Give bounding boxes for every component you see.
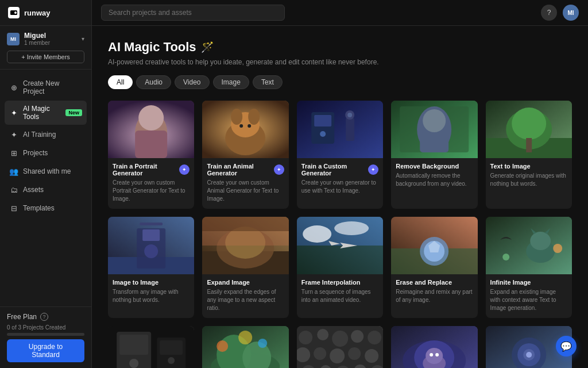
- svg-point-12: [248, 124, 252, 128]
- upgrade-button[interactable]: Upgrade to Standard: [7, 339, 84, 362]
- tool-card-train-portrait[interactable]: Train a Portrait Generator ✦ Create your…: [108, 101, 194, 209]
- svg-point-16: [320, 131, 326, 137]
- tool-card-row3-2[interactable]: Image Variation Create variations of any…: [202, 326, 288, 368]
- tool-card-title: Remove Background: [396, 163, 459, 170]
- sidebar-item-label: Templates: [23, 204, 55, 212]
- svg-point-102: [526, 352, 532, 358]
- tool-card-title: Train a Portrait Generator: [113, 163, 179, 177]
- users-icon: 👥: [9, 167, 18, 176]
- tool-card-image-to-image[interactable]: Image to Image Transform any image with …: [108, 217, 194, 318]
- workspace-row[interactable]: MI Miguel 1 member ▾: [7, 32, 84, 46]
- topbar-right: ? MI: [541, 5, 579, 21]
- tools-grid-row2: Image to Image Transform any image with …: [108, 217, 572, 318]
- sidebar: runway MI Miguel 1 member ▾ + Invite Mem…: [0, 0, 92, 368]
- tool-card-body-infinite: Infinite Image Expand an existing image …: [486, 274, 572, 318]
- page-title: AI Magic Tools: [108, 40, 196, 55]
- tool-card-train-animal[interactable]: Train an Animal Generator ✦ Create your …: [202, 101, 288, 209]
- sidebar-bottom: Free Plan ? 0 of 3 Projects Created Upgr…: [0, 306, 91, 368]
- tool-card-desc: Create your own custom Animal Generator …: [207, 179, 284, 203]
- tool-card-frame-interpolation[interactable]: Frame Interpolation Turn a sequence of i…: [297, 217, 383, 318]
- svg-rect-5: [135, 131, 167, 158]
- tools-grid-row3: Motion Brush Add motion to any part of y…: [108, 326, 572, 368]
- svg-rect-33: [140, 223, 163, 225]
- tool-card-title-row: Remove Background: [396, 163, 473, 170]
- sidebar-item-create-new-project[interactable]: ⊕ Create New Project: [5, 75, 87, 99]
- tool-card-title: Frame Interpolation: [301, 279, 361, 286]
- tool-card-title: Erase and Replace: [396, 279, 452, 286]
- tool-card-infinite-image[interactable]: Infinite Image Expand an existing image …: [486, 217, 572, 318]
- filter-tab-image[interactable]: Image: [213, 75, 249, 89]
- svg-point-78: [332, 331, 348, 347]
- help-icon[interactable]: ?: [40, 313, 48, 321]
- svg-rect-24: [420, 132, 448, 152]
- sidebar-item-label: Create New Project: [23, 79, 82, 95]
- filter-tab-video[interactable]: Video: [175, 75, 209, 89]
- page-title-row: AI Magic Tools 🪄: [108, 40, 572, 55]
- tool-card-row3-4[interactable]: Style Transfer Apply any style to any im…: [391, 326, 477, 368]
- svg-point-82: [314, 347, 326, 360]
- page-subtitle: AI-powered creative tools to help you id…: [108, 58, 572, 66]
- svg-point-45: [303, 225, 331, 243]
- filter-tab-audio[interactable]: Audio: [136, 75, 171, 89]
- tool-card-title: Train an Animal Generator: [207, 163, 273, 177]
- svg-rect-43: [297, 246, 383, 274]
- tool-card-expand-image[interactable]: Expand Image Easily expand the edges of …: [202, 217, 288, 318]
- tool-card-image-expand: [202, 217, 288, 274]
- tool-card-image-row3-1: [108, 326, 194, 368]
- filter-tab-all[interactable]: All: [108, 75, 133, 89]
- chat-fab-button[interactable]: 💬: [556, 336, 577, 356]
- tool-card-image-text-to-image: [486, 101, 572, 158]
- main-content: ? MI AI Magic Tools 🪄 AI-powered creativ…: [92, 0, 588, 368]
- tool-card-train-custom[interactable]: Train a Custom Generator ✦ Create your o…: [297, 101, 383, 209]
- svg-point-97: [435, 353, 439, 356]
- filter-tab-text[interactable]: Text: [253, 75, 283, 89]
- template-icon: ⊟: [9, 204, 18, 213]
- svg-point-84: [348, 347, 361, 360]
- grid-icon: ⊞: [9, 148, 18, 158]
- sidebar-item-ai-training[interactable]: ✦ AI Training: [5, 126, 87, 143]
- svg-point-9: [231, 109, 243, 125]
- search-input[interactable]: [101, 5, 285, 21]
- tool-card-title: Train a Custom Generator: [301, 163, 368, 177]
- folder-icon: 🗂: [9, 185, 18, 194]
- sidebar-item-label: Shared with me: [23, 167, 71, 175]
- tool-card-desc: Easily expand the edges of any image to …: [207, 288, 284, 312]
- svg-point-73: [258, 339, 268, 348]
- tool-card-erase-replace[interactable]: Erase and Replace Reimagine and remix an…: [391, 217, 477, 318]
- page-content: AI Magic Tools 🪄 AI-powered creative too…: [92, 26, 588, 368]
- help-button[interactable]: ?: [541, 5, 557, 21]
- svg-point-46: [334, 221, 369, 235]
- tool-card-body-erase: Erase and Replace Reimagine and remix an…: [391, 274, 477, 310]
- tool-card-badge: ✦: [179, 164, 189, 175]
- tool-card-row3-3[interactable]: Texture Generator Generate seamless text…: [297, 326, 383, 368]
- tool-card-row3-1[interactable]: Motion Brush Add motion to any part of y…: [108, 326, 194, 368]
- svg-rect-15: [314, 115, 331, 126]
- tool-card-desc: Create your own custom Portrait Generato…: [113, 179, 189, 203]
- sidebar-item-projects[interactable]: ⊞ Projects: [5, 144, 87, 162]
- tool-card-badge: ✦: [368, 164, 378, 175]
- tool-card-text-to-image[interactable]: Text to Image Generate original images w…: [486, 101, 572, 209]
- tool-card-desc: Automatically remove the background from…: [396, 172, 473, 188]
- tool-card-title-row: Infinite Image: [490, 279, 567, 286]
- tool-card-desc: Generate original images with nothing bu…: [490, 172, 567, 188]
- user-avatar[interactable]: MI: [563, 5, 579, 21]
- sidebar-item-shared-with-me[interactable]: 👥 Shared with me: [5, 163, 87, 180]
- tool-card-desc: Transform any image with nothing but wor…: [113, 288, 189, 304]
- tool-card-image-infinite: [486, 217, 572, 274]
- tool-card-remove-background[interactable]: Remove Background Automatically remove t…: [391, 101, 477, 209]
- invite-members-button[interactable]: + Invite Members: [7, 51, 84, 63]
- svg-rect-34: [142, 229, 160, 241]
- sidebar-item-templates[interactable]: ⊟ Templates: [5, 200, 87, 217]
- tool-card-title-row: Image to Image: [113, 279, 189, 286]
- tool-card-desc: Reimagine and remix any part of any imag…: [396, 288, 473, 304]
- tool-card-title-row: Train a Portrait Generator ✦: [113, 163, 189, 177]
- page-header: AI Magic Tools 🪄 AI-powered creative too…: [108, 40, 572, 66]
- sidebar-item-assets[interactable]: 🗂 Assets: [5, 181, 87, 198]
- tool-card-title: Image to Image: [113, 279, 158, 286]
- sidebar-item-label: AI Training: [23, 131, 56, 139]
- tool-card-image-portrait: [108, 101, 194, 158]
- sidebar-item-label: Assets: [23, 186, 44, 194]
- sidebar-item-ai-magic-tools[interactable]: ✦ AI Magic Tools New: [5, 101, 87, 125]
- tool-card-body-text-to-image: Text to Image Generate original images w…: [486, 158, 572, 194]
- svg-rect-41: [202, 217, 288, 246]
